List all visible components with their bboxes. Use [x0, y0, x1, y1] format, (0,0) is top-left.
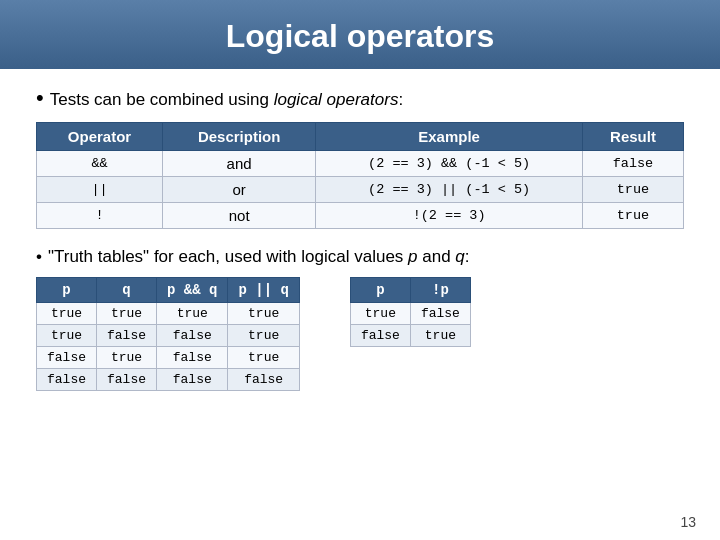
table-cell: true [157, 303, 228, 325]
pq-col-or: p || q [228, 278, 299, 303]
bullet2-p: p [408, 247, 417, 266]
table-row: falsetruefalsetrue [37, 347, 300, 369]
pq-col-p: p [37, 278, 97, 303]
table-cell: false [157, 347, 228, 369]
col-example: Example [316, 123, 583, 151]
bullet1-after: : [398, 90, 403, 109]
operators-table: Operator Description Example Result &&an… [36, 122, 684, 229]
table-cell: true [97, 347, 157, 369]
table-row: falsetrue [350, 325, 470, 347]
table-cell: true [350, 303, 410, 325]
truth-not-header-row: p !p [350, 278, 470, 303]
operators-table-header-row: Operator Description Example Result [37, 123, 684, 151]
not-col-p: p [350, 278, 410, 303]
table-cell: false [157, 369, 228, 391]
table-cell: true [37, 325, 97, 347]
table-cell: false [97, 325, 157, 347]
table-cell: false [157, 325, 228, 347]
cell-operator: && [37, 151, 163, 177]
table-cell: true [410, 325, 470, 347]
table-row: ||or(2 == 3) || (-1 < 5)true [37, 177, 684, 203]
bullet2-after: : [465, 247, 470, 266]
table-cell: false [97, 369, 157, 391]
table-row: falsefalsefalsefalse [37, 369, 300, 391]
cell-example: (2 == 3) && (-1 < 5) [316, 151, 583, 177]
cell-operator: || [37, 177, 163, 203]
slide-header: Logical operators [0, 0, 720, 69]
cell-description: and [162, 151, 315, 177]
pq-col-q: q [97, 278, 157, 303]
bullet2-symbol: • [36, 247, 42, 267]
cell-description: or [162, 177, 315, 203]
page-number: 13 [680, 514, 696, 530]
truth-table-pq: p q p && q p || q truetruetruetruetruefa… [36, 277, 300, 391]
table-cell: true [228, 303, 299, 325]
bullet1-text: Tests can be combined using logical oper… [50, 90, 403, 110]
not-col-notp: !p [410, 278, 470, 303]
bullet2-and: and [418, 247, 456, 266]
cell-result: true [582, 203, 683, 229]
col-result: Result [582, 123, 683, 151]
table-cell: true [37, 303, 97, 325]
bullet2-line: • "Truth tables" for each, used with log… [36, 247, 684, 267]
cell-example: (2 == 3) || (-1 < 5) [316, 177, 583, 203]
bullet1-line: • Tests can be combined using logical op… [36, 87, 684, 110]
table-row: truefalse [350, 303, 470, 325]
header-title: Logical operators [226, 18, 495, 54]
truth-section: p q p && q p || q truetruetruetruetruefa… [36, 277, 684, 391]
table-row: !not!(2 == 3)true [37, 203, 684, 229]
bullet2-q: q [455, 247, 464, 266]
table-cell: false [410, 303, 470, 325]
bullet1-italic: logical operators [274, 90, 399, 109]
truth-table-not: p !p truefalsefalsetrue [350, 277, 471, 347]
cell-operator: ! [37, 203, 163, 229]
table-cell: false [37, 347, 97, 369]
cell-result: true [582, 177, 683, 203]
table-cell: true [228, 325, 299, 347]
bullet1-before: Tests can be combined using [50, 90, 274, 109]
col-operator: Operator [37, 123, 163, 151]
pq-col-and: p && q [157, 278, 228, 303]
col-description: Description [162, 123, 315, 151]
table-row: truetruetruetrue [37, 303, 300, 325]
table-cell: false [228, 369, 299, 391]
cell-result: false [582, 151, 683, 177]
table-cell: false [37, 369, 97, 391]
table-cell: false [350, 325, 410, 347]
table-row: truefalsefalsetrue [37, 325, 300, 347]
bullet2-before: "Truth tables" for each, used with logic… [48, 247, 408, 266]
table-row: &&and(2 == 3) && (-1 < 5)false [37, 151, 684, 177]
cell-description: not [162, 203, 315, 229]
bullet2-text: "Truth tables" for each, used with logic… [48, 247, 470, 267]
table-cell: true [228, 347, 299, 369]
truth-pq-header-row: p q p && q p || q [37, 278, 300, 303]
table-cell: true [97, 303, 157, 325]
bullet1-symbol: • [36, 87, 44, 109]
cell-example: !(2 == 3) [316, 203, 583, 229]
